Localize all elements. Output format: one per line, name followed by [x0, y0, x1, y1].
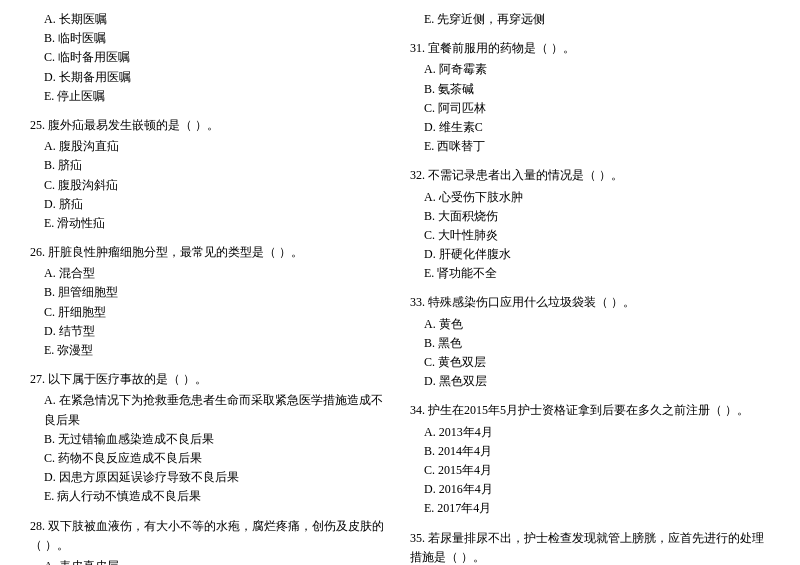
- option: C. 阿司匹林: [410, 99, 770, 118]
- option: B. 大面积烧伤: [410, 207, 770, 226]
- question-title: 25. 腹外疝最易发生嵌顿的是（ ）。: [30, 116, 390, 135]
- option: D. 黑色双层: [410, 372, 770, 391]
- option: A. 表皮真皮层: [30, 557, 390, 565]
- option: A. 长期医嘱: [30, 10, 390, 29]
- option: D. 脐疝: [30, 195, 390, 214]
- option: C. 黄色双层: [410, 353, 770, 372]
- question-block: 32. 不需记录患者出入量的情况是（ ）。A. 心受伤下肢水肿B. 大面积烧伤C…: [410, 166, 770, 283]
- option: D. 肝硬化伴腹水: [410, 245, 770, 264]
- option: A. 在紧急情况下为抢救垂危患者生命而采取紧急医学措施造成不良后果: [30, 391, 390, 429]
- option: B. 氨茶碱: [410, 80, 770, 99]
- question-block: 28. 双下肢被血液伤，有大小不等的水疱，腐烂疼痛，创伤及皮肤的（ ）。A. 表…: [30, 517, 390, 566]
- question-block: 33. 特殊感染伤口应用什么垃圾袋装（ ）。A. 黄色B. 黑色C. 黄色双层D…: [410, 293, 770, 391]
- question-title: 31. 宜餐前服用的药物是（ ）。: [410, 39, 770, 58]
- option: E. 停止医嘱: [30, 87, 390, 106]
- question-title: 33. 特殊感染伤口应用什么垃圾袋装（ ）。: [410, 293, 770, 312]
- option: E. 滑动性疝: [30, 214, 390, 233]
- option: B. 脐疝: [30, 156, 390, 175]
- option: B. 无过错输血感染造成不良后果: [30, 430, 390, 449]
- option: D. 维生素C: [410, 118, 770, 137]
- question-block: E. 先穿近侧，再穿远侧: [410, 10, 770, 29]
- option: B. 临时医嘱: [30, 29, 390, 48]
- option: D. 长期备用医嘱: [30, 68, 390, 87]
- content-columns: A. 长期医嘱B. 临时医嘱C. 临时备用医嘱D. 长期备用医嘱E. 停止医嘱2…: [30, 10, 770, 565]
- option: E. 2017年4月: [410, 499, 770, 518]
- option: A. 2013年4月: [410, 423, 770, 442]
- option: A. 混合型: [30, 264, 390, 283]
- option: D. 结节型: [30, 322, 390, 341]
- option: A. 腹股沟直疝: [30, 137, 390, 156]
- question-block: A. 长期医嘱B. 临时医嘱C. 临时备用医嘱D. 长期备用医嘱E. 停止医嘱: [30, 10, 390, 106]
- option: C. 肝细胞型: [30, 303, 390, 322]
- option: D. 2016年4月: [410, 480, 770, 499]
- left-column: A. 长期医嘱B. 临时医嘱C. 临时备用医嘱D. 长期备用医嘱E. 停止医嘱2…: [30, 10, 390, 565]
- option: B. 黑色: [410, 334, 770, 353]
- question-title: 35. 若尿量排尿不出，护士检查发现就管上膀胱，应首先进行的处理措施是（ ）。: [410, 529, 770, 566]
- option: E. 病人行动不慎造成不良后果: [30, 487, 390, 506]
- option: C. 腹股沟斜疝: [30, 176, 390, 195]
- option: C. 临时备用医嘱: [30, 48, 390, 67]
- question-block: 26. 肝脏良性肿瘤细胞分型，最常见的类型是（ ）。A. 混合型B. 胆管细胞型…: [30, 243, 390, 360]
- question-block: 31. 宜餐前服用的药物是（ ）。A. 阿奇霉素B. 氨茶碱C. 阿司匹林D. …: [410, 39, 770, 156]
- option: E. 先穿近侧，再穿远侧: [410, 10, 770, 29]
- option: C. 大叶性肺炎: [410, 226, 770, 245]
- question-title: 26. 肝脏良性肿瘤细胞分型，最常见的类型是（ ）。: [30, 243, 390, 262]
- option: B. 2014年4月: [410, 442, 770, 461]
- option: E. 弥漫型: [30, 341, 390, 360]
- question-block: 35. 若尿量排尿不出，护士检查发现就管上膀胱，应首先进行的处理措施是（ ）。A…: [410, 529, 770, 566]
- question-block: 25. 腹外疝最易发生嵌顿的是（ ）。A. 腹股沟直疝B. 脐疝C. 腹股沟斜疝…: [30, 116, 390, 233]
- question-title: 34. 护生在2015年5月护士资格证拿到后要在多久之前注册（ ）。: [410, 401, 770, 420]
- right-column: E. 先穿近侧，再穿远侧31. 宜餐前服用的药物是（ ）。A. 阿奇霉素B. 氨…: [410, 10, 770, 565]
- question-title: 32. 不需记录患者出入量的情况是（ ）。: [410, 166, 770, 185]
- question-title: 28. 双下肢被血液伤，有大小不等的水疱，腐烂疼痛，创伤及皮肤的（ ）。: [30, 517, 390, 555]
- option: C. 2015年4月: [410, 461, 770, 480]
- question-block: 34. 护生在2015年5月护士资格证拿到后要在多久之前注册（ ）。A. 201…: [410, 401, 770, 518]
- question-title: 27. 以下属于医疗事故的是（ ）。: [30, 370, 390, 389]
- option: E. 肾功能不全: [410, 264, 770, 283]
- option: B. 胆管细胞型: [30, 283, 390, 302]
- option: A. 阿奇霉素: [410, 60, 770, 79]
- option: E. 西咪替丁: [410, 137, 770, 156]
- question-block: 27. 以下属于医疗事故的是（ ）。A. 在紧急情况下为抢救垂危患者生命而采取紧…: [30, 370, 390, 506]
- option: C. 药物不良反应造成不良后果: [30, 449, 390, 468]
- option: A. 黄色: [410, 315, 770, 334]
- page-container: A. 长期医嘱B. 临时医嘱C. 临时备用医嘱D. 长期备用医嘱E. 停止医嘱2…: [30, 10, 770, 565]
- option: D. 因患方原因延误诊疗导致不良后果: [30, 468, 390, 487]
- option: A. 心受伤下肢水肿: [410, 188, 770, 207]
